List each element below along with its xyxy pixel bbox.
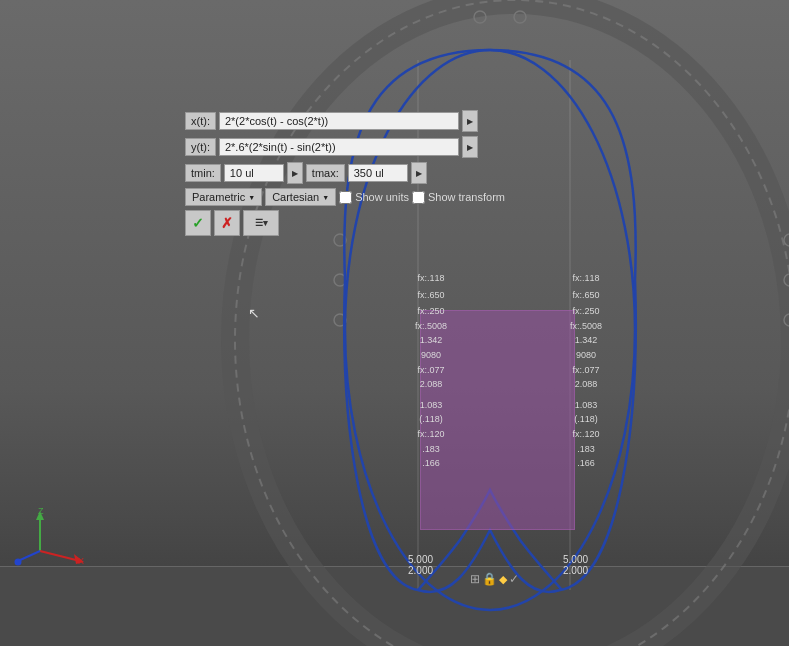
svg-line-17 xyxy=(18,551,40,561)
parametric-dropdown[interactable]: Parametric xyxy=(185,188,262,206)
data-labels-left: fx:.118 fx:.650 fx:.250 fx:.5008 1.342 9… xyxy=(415,272,447,470)
y-input[interactable] xyxy=(219,138,459,156)
canvas-area: x(t): ▶ y(t): ▶ tmin: ▶ tmax: ▶ Parametr… xyxy=(0,0,789,646)
y-input-row: y(t): ▶ xyxy=(185,136,505,158)
show-transform-label[interactable]: Show transform xyxy=(412,191,505,204)
tmax-label: tmax: xyxy=(306,164,345,182)
show-transform-checkbox[interactable] xyxy=(412,191,425,204)
svg-text:X: X xyxy=(78,556,84,566)
svg-point-18 xyxy=(15,559,22,566)
options-row: Parametric Cartesian Show units Show tra… xyxy=(185,188,505,206)
y-arrow-btn[interactable]: ▶ xyxy=(462,136,478,158)
tmax-input[interactable] xyxy=(348,164,408,182)
control-panel: x(t): ▶ y(t): ▶ tmin: ▶ tmax: ▶ Parametr… xyxy=(185,110,505,240)
x-input-row: x(t): ▶ xyxy=(185,110,505,132)
svg-line-15 xyxy=(40,551,80,561)
x-arrow-btn[interactable]: ▶ xyxy=(462,110,478,132)
bottom-left-values: 5.000 2.000 xyxy=(408,554,433,576)
tmin-arrow-btn[interactable]: ▶ xyxy=(287,162,303,184)
cancel-button[interactable]: ✗ xyxy=(214,210,240,236)
bottom-right-values: 5.000 2.000 xyxy=(563,554,588,576)
x-label: x(t): xyxy=(185,112,216,130)
bottom-icons: ⊞ 🔒 ◆ ✓ xyxy=(470,572,519,586)
check-icon: ✓ xyxy=(509,572,519,586)
axis-indicator: X Z xyxy=(10,506,90,566)
y-label: y(t): xyxy=(185,138,216,156)
action-buttons-row: ✓ ✗ ☰▾ xyxy=(185,210,505,236)
point-icon: ◆ xyxy=(499,573,507,586)
lock-icon: ⊞ xyxy=(470,572,480,586)
menu-button[interactable]: ☰▾ xyxy=(243,210,279,236)
data-labels-right: fx:.118 fx:.650 fx:.250 fx:.5008 1.342 9… xyxy=(570,272,602,470)
tmax-arrow-btn[interactable]: ▶ xyxy=(411,162,427,184)
show-units-checkbox[interactable] xyxy=(339,191,352,204)
confirm-button[interactable]: ✓ xyxy=(185,210,211,236)
show-units-label[interactable]: Show units xyxy=(339,191,409,204)
x-input[interactable] xyxy=(219,112,459,130)
tmin-label: tmin: xyxy=(185,164,221,182)
tmin-tmax-row: tmin: ▶ tmax: ▶ xyxy=(185,162,505,184)
main-svg xyxy=(0,0,789,646)
cartesian-dropdown[interactable]: Cartesian xyxy=(265,188,336,206)
svg-text:Z: Z xyxy=(38,506,44,516)
snap-icon: 🔒 xyxy=(482,572,497,586)
tmin-input[interactable] xyxy=(224,164,284,182)
